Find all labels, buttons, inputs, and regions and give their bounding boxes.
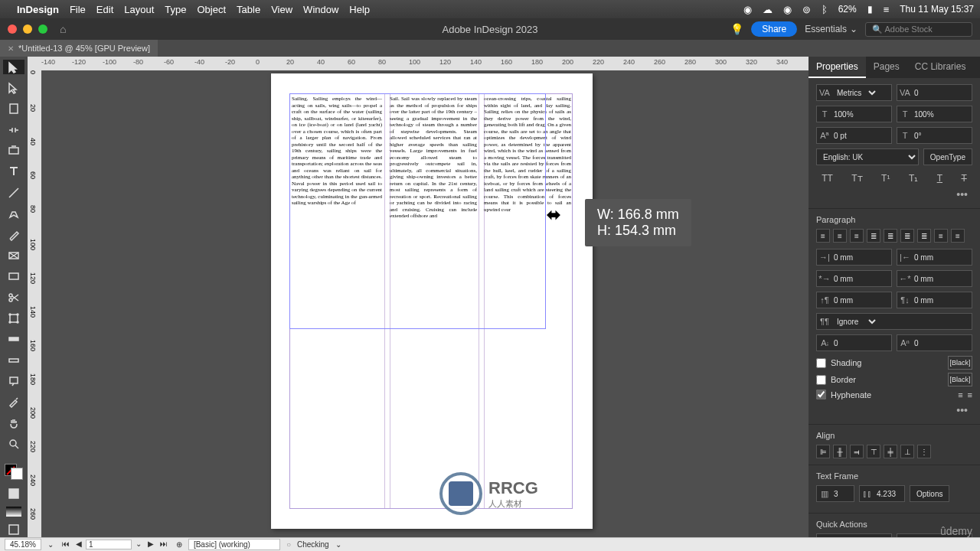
all-caps-icon[interactable]: TT — [822, 173, 833, 184]
bluetooth-icon[interactable]: ᛒ — [822, 4, 828, 15]
justify-all-icon[interactable]: ≣ — [917, 229, 931, 243]
menu-object[interactable]: Object — [198, 4, 227, 15]
canvas[interactable]: Sailing. Sailing employs the wind—acting… — [41, 70, 808, 537]
convert-shape-button[interactable]: Convert Shape — [816, 533, 892, 537]
align-vcenter-icon[interactable]: ╪ — [884, 445, 897, 458]
justify-center-icon[interactable]: ≣ — [884, 229, 897, 243]
close-window-icon[interactable] — [8, 24, 17, 34]
last-indent-input[interactable] — [913, 275, 945, 283]
align-away-spine-icon[interactable]: ≡ — [951, 229, 965, 243]
first-indent-input[interactable] — [832, 275, 864, 283]
align-top-edges-icon[interactable]: ⊤ — [867, 445, 880, 458]
cloud-icon[interactable]: ☁ — [763, 4, 773, 15]
gap-tool-icon[interactable] — [3, 122, 24, 137]
small-caps-icon[interactable]: Tᴛ — [851, 173, 862, 184]
subscript-icon[interactable]: T₁ — [909, 173, 918, 184]
fill-stroke-swatch[interactable] — [5, 464, 23, 480]
close-tab-icon[interactable]: ✕ — [8, 44, 14, 53]
first-page-icon[interactable]: ⏮ — [60, 540, 72, 549]
page-dropdown-icon[interactable]: ⌄ — [133, 540, 144, 549]
align-towards-spine-icon[interactable]: ≡ — [934, 229, 948, 243]
direct-selection-tool-icon[interactable] — [3, 80, 24, 95]
bulb-icon[interactable]: 💡 — [730, 23, 743, 35]
gradient-feather-tool-icon[interactable] — [3, 353, 24, 367]
list-bullet-icon[interactable]: ≡ — [958, 390, 962, 399]
last-page-icon[interactable]: ⏭ — [158, 540, 170, 549]
tracking-input[interactable] — [913, 89, 945, 97]
baseline-input[interactable] — [832, 132, 864, 140]
zoom-level[interactable]: 45.18% — [5, 539, 41, 550]
align-right-edges-icon[interactable]: ⫤ — [850, 445, 864, 458]
preflight-profile[interactable]: [Basic] (working) — [188, 539, 280, 550]
type-tool-icon[interactable] — [3, 165, 24, 179]
scissors-tool-icon[interactable] — [3, 290, 24, 305]
rectangle-tool-icon[interactable] — [3, 269, 24, 284]
battery-percent[interactable]: 62% — [838, 4, 857, 15]
columns-input[interactable] — [832, 490, 854, 498]
frame-options-button[interactable]: Options — [910, 485, 949, 502]
align-left-edges-icon[interactable]: ⊫ — [816, 445, 830, 458]
align-hcenter-icon[interactable]: ╫ — [833, 445, 847, 458]
opentype-button[interactable]: OpenType — [923, 148, 972, 165]
apply-gradient-icon[interactable] — [6, 507, 21, 516]
pencil-tool-icon[interactable] — [3, 227, 24, 242]
preflight-dropdown-icon[interactable]: ⌄ — [335, 540, 341, 549]
align-right-icon[interactable]: ≡ — [850, 229, 864, 243]
home-icon[interactable]: ⌂ — [60, 23, 66, 35]
menu-layout[interactable]: Layout — [124, 4, 154, 15]
autolead-select[interactable]: Ignore — [832, 317, 878, 327]
battery-icon[interactable]: ▮ — [867, 4, 873, 15]
apply-color-icon[interactable] — [3, 486, 24, 500]
dropcap-lines-input[interactable] — [832, 339, 864, 347]
justify-right-icon[interactable]: ≣ — [900, 229, 914, 243]
rectangle-frame-tool-icon[interactable] — [3, 248, 24, 262]
content-collector-tool-icon[interactable] — [3, 143, 24, 158]
space-before-input[interactable] — [832, 296, 864, 305]
right-indent-input[interactable] — [913, 253, 945, 262]
menu-view[interactable]: View — [271, 4, 292, 15]
more-paragraph-icon[interactable]: ••• — [816, 403, 972, 418]
shading-checkbox[interactable] — [816, 358, 826, 368]
justify-left-icon[interactable]: ≣ — [867, 229, 880, 243]
align-center-icon[interactable]: ≡ — [833, 229, 847, 243]
document-tab[interactable]: ✕ *Untitled-13 @ 45% [GPU Preview] — [0, 40, 158, 57]
zoom-dropdown-icon[interactable]: ⌄ — [47, 540, 54, 549]
hscale-input[interactable] — [913, 110, 945, 119]
document-page[interactable]: Sailing. Sailing employs the wind—acting… — [271, 73, 593, 529]
clock[interactable]: Thu 11 May 15:37 — [900, 4, 974, 15]
horizontal-ruler[interactable]: /* ruler built below */ -140-120-100-80-… — [28, 57, 808, 70]
strikethrough-icon[interactable]: T — [961, 173, 966, 184]
control-center-icon[interactable]: ≡ — [884, 4, 890, 15]
left-indent-input[interactable] — [832, 253, 864, 262]
menu-edit[interactable]: Edit — [96, 4, 113, 15]
vertical-ruler[interactable]: 020406080100120140160180200220240260 — [28, 70, 41, 537]
next-page-icon[interactable]: ▶ — [145, 540, 156, 549]
minimize-window-icon[interactable] — [23, 24, 32, 34]
record-icon[interactable]: ◉ — [743, 4, 752, 15]
view-mode-icon[interactable] — [3, 523, 24, 537]
share-button[interactable]: Share — [751, 21, 797, 37]
align-bottom-edges-icon[interactable]: ⊥ — [900, 445, 914, 458]
distribute-hspace-icon[interactable]: ⋮ — [917, 445, 931, 458]
tab-cc-libraries[interactable]: CC Libraries — [907, 57, 974, 78]
open-dialog-icon[interactable]: ⊕ — [176, 540, 182, 549]
maximize-window-icon[interactable] — [38, 24, 47, 34]
menu-help[interactable]: Help — [349, 4, 370, 15]
wifi-alt-icon[interactable]: ◉ — [783, 4, 792, 15]
app-name[interactable]: InDesign — [17, 4, 59, 15]
border-color-swatch[interactable]: [Black] — [948, 373, 972, 386]
line-tool-icon[interactable] — [3, 185, 24, 200]
language-select[interactable]: English: UK — [816, 148, 919, 165]
superscript-icon[interactable]: T¹ — [881, 173, 890, 184]
workspace-switcher[interactable]: Essentials ⌄ — [805, 24, 858, 34]
list-number-icon[interactable]: ≡ — [968, 390, 972, 399]
gutter-input[interactable] — [875, 490, 904, 498]
shading-color-swatch[interactable]: [Black] — [948, 356, 972, 370]
menu-file[interactable]: File — [70, 4, 86, 15]
eyedropper-tool-icon[interactable] — [3, 395, 24, 409]
prev-page-icon[interactable]: ◀ — [74, 540, 84, 549]
space-after-input[interactable] — [913, 296, 945, 305]
preflight-status[interactable]: Checking — [297, 540, 329, 549]
free-transform-tool-icon[interactable] — [3, 311, 24, 325]
underline-icon[interactable]: T — [937, 173, 942, 184]
